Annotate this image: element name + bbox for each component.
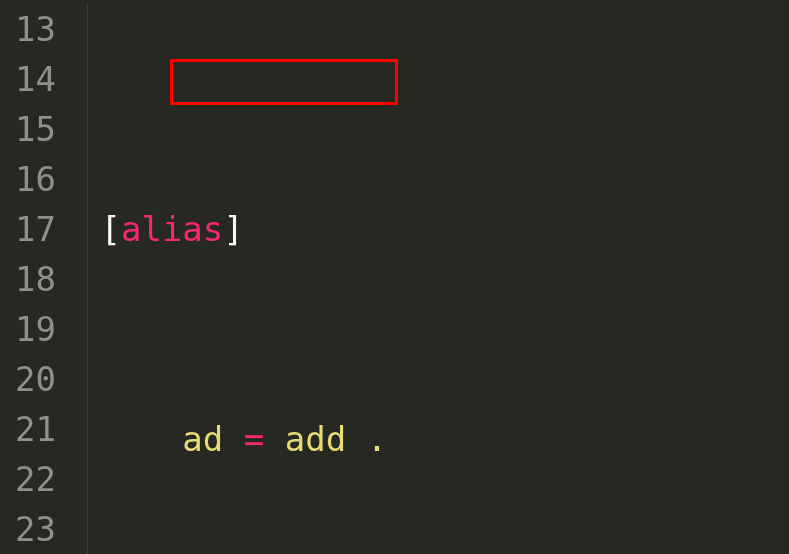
line-number: 20 [0, 354, 56, 404]
line-number: 23 [0, 504, 56, 554]
code-area[interactable]: [alias] ad = add . cmm = commit -m lg = … [70, 4, 789, 554]
line-number: 16 [0, 154, 56, 204]
line-number: 17 [0, 204, 56, 254]
highlight-annotation [170, 59, 398, 105]
line-number: 13 [0, 4, 56, 54]
code-line[interactable]: ad = add . [80, 414, 789, 464]
line-number: 15 [0, 104, 56, 154]
line-number: 18 [0, 254, 56, 304]
alias-value: add . [285, 419, 387, 459]
bracket-open: [ [100, 209, 120, 249]
bracket-close: ] [223, 209, 243, 249]
section-name: alias [121, 209, 223, 249]
line-number: 22 [0, 454, 56, 504]
code-editor[interactable]: 13 14 15 16 17 18 19 20 21 22 23 [alias]… [0, 0, 789, 554]
code-line[interactable]: [alias] [80, 204, 789, 254]
line-number-gutter: 13 14 15 16 17 18 19 20 21 22 23 [0, 4, 70, 554]
line-number: 19 [0, 304, 56, 354]
equals-sign: = [244, 419, 264, 459]
line-number: 21 [0, 404, 56, 454]
line-number: 14 [0, 54, 56, 104]
indent-guide [87, 4, 88, 554]
alias-key: ad [182, 419, 223, 459]
